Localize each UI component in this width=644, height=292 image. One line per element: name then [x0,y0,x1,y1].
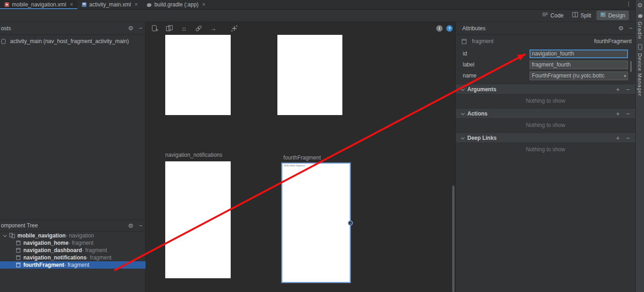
tree-item-navigation-dashboard[interactable]: navigation_dashboard - fragment [0,247,146,254]
chevron-expanded-icon [461,135,465,139]
canvas-vertical-scrollbar[interactable] [452,186,455,292]
label-input[interactable] [530,61,628,69]
split-icon [572,12,578,19]
attributes-scrollbar[interactable] [630,61,632,72]
tree-item-type: - fragment [87,254,112,261]
view-mode-label: Split [580,12,591,19]
component-id-label: fourthFragment [594,38,632,44]
tree-item-navigation-notifications[interactable]: navigation_notifications - fragment [0,254,146,261]
design-surface[interactable]: ⌂ → ! ? navigation_notifications fourthF… [146,22,455,292]
gear-icon[interactable]: ⚙ [125,223,136,229]
tab-activity-main-xml[interactable]: activity_main.xml × [77,0,142,9]
deep-links-empty-text: Nothing to show [456,146,635,153]
android-studio-window: mobile_navigation.xml × activity_main.xm… [0,0,644,292]
destination-preview-fourth[interactable]: Hello blank fragment [281,163,351,283]
gradle-icon [637,13,643,20]
view-mode-design[interactable]: Design [596,11,629,20]
chevron-expanded-icon[interactable] [3,233,7,237]
view-mode-split[interactable]: Split [568,11,595,20]
add-destination-icon[interactable] [151,24,159,33]
tree-item-type: - fragment [82,247,107,253]
help-icon[interactable]: ? [446,25,453,32]
close-icon[interactable]: × [202,2,206,7]
deep-link-icon[interactable] [195,24,203,33]
name-field-label: name [463,72,476,79]
tab-build-gradle[interactable]: build.gradle (:app) × [142,0,210,9]
tree-item-navigation-home[interactable]: navigation_home - fragment [0,239,146,247]
right-tool-stripe: ⚙ Gradle Device Manager [635,0,644,292]
id-field-label: id [463,50,467,57]
tree-item-fourth-fragment[interactable]: fourthFragment - fragment [0,261,146,269]
tab-label: mobile_navigation.xml [12,1,66,8]
fragment-icon [16,255,21,260]
design-toolbar-right: ! ? [436,22,453,35]
chevron-expanded-icon [461,111,465,115]
arguments-empty-text: Nothing to show [456,98,635,104]
tree-item-type: - navigation [65,232,94,239]
selected-component-row: fragment fourthFragment [456,37,635,46]
view-mode-code[interactable]: Code [538,11,568,20]
editor-tab-bar: mobile_navigation.xml × activity_main.xm… [0,0,635,10]
remove-icon[interactable]: − [625,135,631,141]
add-icon[interactable]: + [615,110,621,117]
close-icon[interactable]: × [135,2,138,7]
destination-preview-dashboard[interactable] [277,35,342,115]
component-tree-title: omponent Tree [0,222,125,229]
gradle-file-icon [146,2,152,7]
remove-icon[interactable]: − [625,110,631,117]
attributes-panel: Attributes ⚙ − fragment fourthFragment i… [455,22,635,292]
attributes-title: Attributes [461,25,616,32]
activity-icon [1,39,6,44]
name-dropdown[interactable]: FourthFragment (ru.yotc.bottc ▾ [530,72,628,80]
settings-icon[interactable]: ⚙ [637,2,643,8]
host-item-activity-main[interactable]: activity_main (nav_host_fragment_activit… [0,37,129,45]
add-icon[interactable]: + [615,135,621,141]
gear-icon[interactable]: ⚙ [616,25,627,31]
section-title: Arguments [467,86,496,93]
remove-icon[interactable]: − [625,86,631,93]
tab-overflow-menu-icon[interactable]: ⋮ [626,1,632,7]
layout-xml-file-icon [81,2,87,7]
connection-handle[interactable] [348,220,353,226]
actions-section-header[interactable]: Actions + − [456,108,635,119]
id-input[interactable] [530,50,628,58]
tree-item-name: navigation_home [23,240,69,246]
destination-preview-notifications[interactable] [165,161,231,278]
hosts-panel-title: osts [0,25,125,32]
tree-item-mobile-navigation[interactable]: mobile_navigation - navigation [0,232,146,239]
hide-panel-icon[interactable]: − [626,25,635,31]
tree-item-type: - fragment [64,262,89,268]
deep-links-section-header[interactable]: Deep Links + − [456,132,635,143]
view-mode-switcher: Code Split Design [538,11,629,20]
editor-mode-band: Code Split Design [0,10,635,22]
host-item-label: activity_main (nav_host_fragment_activit… [10,38,129,44]
tab-label: activity_main.xml [89,1,131,8]
action-arrow-icon[interactable]: → [209,24,217,33]
code-icon [542,12,548,19]
view-mode-label: Design [608,12,625,19]
arguments-section-header[interactable]: Arguments + − [456,84,635,94]
add-icon[interactable]: + [615,86,621,93]
navigation-xml-file-icon [4,2,10,7]
device-manager-tool-button[interactable]: Device Manager [637,44,643,96]
hide-panel-icon[interactable]: − [136,223,145,229]
warning-indicator-icon[interactable]: ! [436,25,443,32]
design-toolbar: ⌂ → ! ? [146,22,455,35]
gradle-tool-button[interactable]: Gradle [637,13,643,39]
tree-item-name: mobile_navigation [17,232,65,239]
component-type-label: fragment [472,38,493,44]
section-actions: + − [615,135,635,141]
fragment-icon [16,248,21,253]
assign-start-destination-icon[interactable]: ⌂ [180,24,188,33]
tab-mobile-navigation-xml[interactable]: mobile_navigation.xml × [0,0,77,9]
close-icon[interactable]: × [70,2,73,7]
destination-preview-home[interactable] [165,35,231,115]
id-field-row: id [456,49,635,59]
design-icon [600,12,606,19]
hide-panel-icon[interactable]: − [136,25,145,31]
fragment-preview-text: Hello blank fragment [284,165,305,167]
gear-icon[interactable]: ⚙ [125,25,136,31]
destination-label-notifications: navigation_notifications [165,152,222,158]
create-nested-graph-icon[interactable] [165,24,173,33]
auto-arrange-icon[interactable] [230,24,238,33]
